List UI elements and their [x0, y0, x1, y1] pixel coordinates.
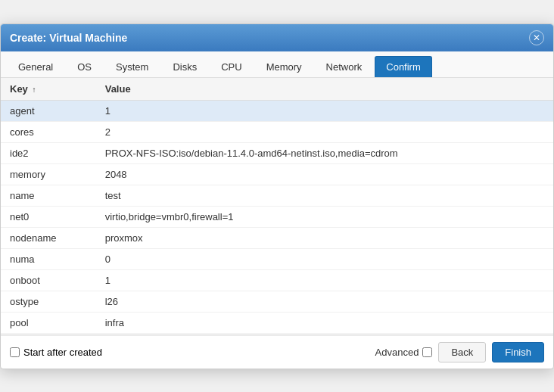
table-row[interactable]: ide2PROX-NFS-ISO:iso/debian-11.4.0-amd64…	[1, 142, 553, 163]
dialog-title: Create: Virtual Machine	[10, 32, 127, 44]
cell-key: agent	[1, 100, 96, 121]
table-row[interactable]: ostypel26	[1, 291, 553, 312]
table-row[interactable]: numa0	[1, 248, 553, 269]
back-button[interactable]: Back	[438, 342, 486, 362]
table-row[interactable]: net0virtio,bridge=vmbr0,firewall=1	[1, 206, 553, 227]
cell-value: PROX-NFS-ISO:iso/debian-11.4.0-amd64-net…	[96, 142, 553, 163]
cell-value: test	[96, 185, 553, 206]
cell-value: proxmox	[96, 227, 553, 248]
cell-key: onboot	[1, 269, 96, 291]
cell-value: 1	[96, 100, 553, 121]
table-header: Key ↑ Value	[1, 78, 553, 101]
finish-button[interactable]: Finish	[492, 342, 544, 362]
tab-disks[interactable]: Disks	[161, 56, 208, 77]
cell-value: infra	[96, 312, 553, 333]
cell-value: 2048	[96, 163, 553, 185]
dialog-header: Create: Virtual Machine ✕	[1, 24, 553, 51]
footer: Start after created Advanced Back Finish	[1, 335, 553, 369]
sort-asc-icon: ↑	[32, 86, 36, 94]
close-button[interactable]: ✕	[529, 30, 544, 45]
table-row[interactable]: poolinfra	[1, 312, 553, 333]
tab-network[interactable]: Network	[315, 56, 374, 77]
advanced-text: Advanced	[375, 347, 419, 358]
cell-key: memory	[1, 163, 96, 185]
confirm-table: Key ↑ Value agent1cores2ide2PROX-NFS-ISO…	[1, 78, 553, 335]
content-area: Key ↑ Value agent1cores2ide2PROX-NFS-ISO…	[1, 78, 553, 335]
tab-os[interactable]: OS	[66, 56, 103, 77]
tab-memory[interactable]: Memory	[255, 56, 313, 77]
table-row[interactable]: nodenameproxmox	[1, 227, 553, 248]
table-row[interactable]: onboot1	[1, 269, 553, 291]
tab-system[interactable]: System	[104, 56, 160, 77]
cell-value: virtio,bridge=vmbr0,firewall=1	[96, 206, 553, 227]
table-row[interactable]: memory2048	[1, 163, 553, 185]
footer-left: Start after created	[10, 347, 102, 358]
advanced-label[interactable]: Advanced	[375, 347, 433, 358]
cell-value: 1	[96, 269, 553, 291]
cell-key: ide2	[1, 142, 96, 163]
cell-value: l26	[96, 291, 553, 312]
cell-key: name	[1, 185, 96, 206]
cell-key: ostype	[1, 291, 96, 312]
create-vm-dialog: Create: Virtual Machine ✕ GeneralOSSyste…	[0, 23, 554, 369]
cell-key: net0	[1, 206, 96, 227]
table-row[interactable]: agent1	[1, 100, 553, 121]
tab-confirm[interactable]: Confirm	[375, 56, 432, 77]
confirm-table-container: Key ↑ Value agent1cores2ide2PROX-NFS-ISO…	[1, 78, 553, 335]
cell-key: nodename	[1, 227, 96, 248]
start-after-text: Start after created	[23, 347, 102, 358]
col-key[interactable]: Key ↑	[1, 78, 96, 101]
tab-general[interactable]: General	[7, 56, 64, 77]
tab-cpu[interactable]: CPU	[210, 56, 253, 77]
tab-bar: GeneralOSSystemDisksCPUMemoryNetworkConf…	[1, 51, 553, 78]
col-value-label: Value	[105, 83, 131, 95]
cell-key: cores	[1, 121, 96, 142]
advanced-checkbox[interactable]	[422, 347, 432, 357]
footer-right: Advanced Back Finish	[375, 342, 544, 362]
cell-key: numa	[1, 248, 96, 269]
table-row[interactable]: cores2	[1, 121, 553, 142]
cell-value: 0	[96, 248, 553, 269]
cell-value: 2	[96, 121, 553, 142]
start-after-label[interactable]: Start after created	[10, 347, 102, 358]
start-after-checkbox[interactable]	[10, 347, 20, 357]
table-body: agent1cores2ide2PROX-NFS-ISO:iso/debian-…	[1, 100, 553, 335]
table-row[interactable]: nametest	[1, 185, 553, 206]
cell-key: pool	[1, 312, 96, 333]
col-key-label: Key	[10, 83, 28, 95]
col-value[interactable]: Value	[96, 78, 553, 101]
